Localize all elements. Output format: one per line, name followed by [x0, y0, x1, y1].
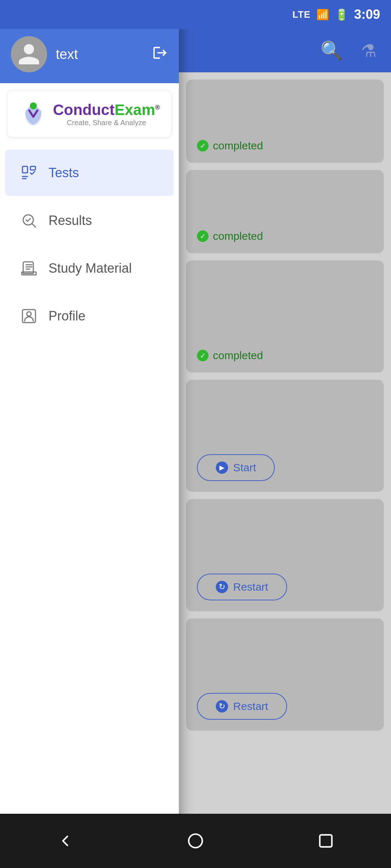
- bottom-nav-bar: [0, 814, 391, 868]
- completed-badge-3: ✓ completed: [197, 349, 263, 362]
- brand-name: ConductExam®: [53, 101, 160, 119]
- svg-point-7: [27, 312, 31, 316]
- clock: 3:09: [354, 7, 380, 22]
- status-bar: LTE 📶 🔋 3:09: [0, 0, 391, 29]
- brand-name-part1: Conduct: [53, 101, 114, 118]
- completed-dot-2: ✓: [197, 230, 209, 242]
- completed-badge-1: ✓ completed: [197, 140, 263, 152]
- filter-icon[interactable]: ⚗: [361, 41, 377, 61]
- study-material-icon: [20, 259, 38, 278]
- profile-icon: [20, 307, 38, 326]
- battery-icon: 🔋: [335, 8, 348, 21]
- svg-rect-2: [22, 166, 28, 173]
- drawer: text: [0, 0, 179, 868]
- restart-button-1[interactable]: ↻ Restart: [197, 574, 287, 600]
- sidebar-item-tests[interactable]: Tests: [5, 150, 174, 196]
- results-label: Results: [49, 213, 92, 228]
- brand-logo-mark: [19, 99, 48, 128]
- avatar: [11, 36, 47, 72]
- sidebar-item-profile[interactable]: Profile: [5, 293, 174, 339]
- profile-label: Profile: [49, 309, 85, 324]
- sidebar-item-results[interactable]: Results: [5, 197, 174, 244]
- test-card-2: ✓ completed: [186, 170, 384, 253]
- test-card-1: ✓ completed: [186, 80, 384, 163]
- results-icon: [20, 211, 38, 230]
- brand-tagline: Create, Share & Analyze: [53, 119, 160, 127]
- recents-button[interactable]: [311, 826, 340, 855]
- start-button[interactable]: ▶ Start: [197, 454, 275, 481]
- sidebar-item-study-material[interactable]: Study Material: [5, 245, 174, 292]
- completed-badge-2: ✓ completed: [197, 230, 263, 242]
- svg-point-9: [189, 834, 202, 848]
- svg-point-1: [30, 102, 37, 109]
- brand-logo-area: ConductExam® Create, Share & Analyze: [19, 99, 160, 128]
- nav-menu: Tests Results S: [0, 145, 179, 821]
- restart-label-1: Restart: [233, 581, 268, 593]
- svg-rect-3: [30, 166, 35, 170]
- completed-label-3: completed: [213, 349, 263, 362]
- signal-icon: 📶: [316, 9, 329, 21]
- completed-label-2: completed: [213, 230, 263, 242]
- restart-label-2: Restart: [233, 700, 268, 712]
- restart-icon-2: ↻: [216, 700, 228, 712]
- svg-rect-10: [320, 835, 332, 847]
- completed-dot-3: ✓: [197, 350, 209, 361]
- username-label: text: [56, 47, 143, 62]
- brand-name-part2: Exam: [114, 101, 155, 118]
- home-button[interactable]: [181, 826, 210, 855]
- logout-icon[interactable]: [152, 45, 168, 64]
- back-button[interactable]: [51, 826, 80, 855]
- restart-button-2[interactable]: ↻ Restart: [197, 693, 287, 720]
- lte-indicator: LTE: [293, 9, 311, 20]
- test-card-4: ▶ Start: [186, 380, 384, 492]
- completed-label-1: completed: [213, 140, 263, 152]
- bg-test-list: ✓ completed ✓ completed ✓ completed ▶ St…: [179, 72, 391, 814]
- start-label: Start: [233, 461, 256, 474]
- test-card-3: ✓ completed: [186, 260, 384, 373]
- completed-dot-1: ✓: [197, 140, 209, 152]
- play-icon: ▶: [216, 461, 228, 474]
- tests-label: Tests: [49, 165, 79, 180]
- test-card-5: ↻ Restart: [186, 499, 384, 611]
- bg-app-header: 🔍 ⚗: [179, 29, 391, 72]
- study-material-label: Study Material: [49, 261, 132, 276]
- restart-icon-1: ↻: [216, 581, 228, 593]
- brand-registered: ®: [155, 104, 160, 111]
- test-card-6: ↻ Restart: [186, 618, 384, 731]
- brand-banner: ConductExam® Create, Share & Analyze: [7, 90, 172, 137]
- search-icon[interactable]: 🔍: [320, 40, 343, 61]
- tests-icon: [20, 163, 38, 182]
